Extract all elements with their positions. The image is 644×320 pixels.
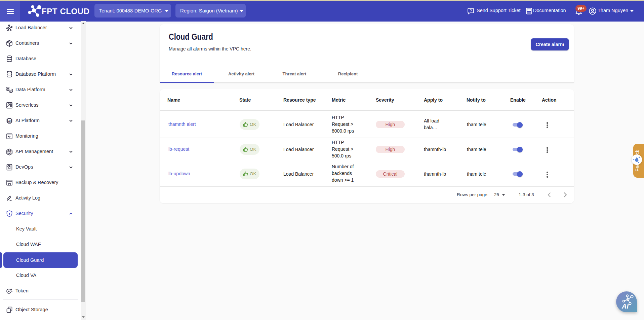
svg-text:API: API bbox=[8, 151, 11, 153]
svg-text:?: ? bbox=[470, 9, 472, 13]
svg-text:AI: AI bbox=[8, 120, 11, 122]
svg-text:AI: AI bbox=[621, 303, 629, 310]
